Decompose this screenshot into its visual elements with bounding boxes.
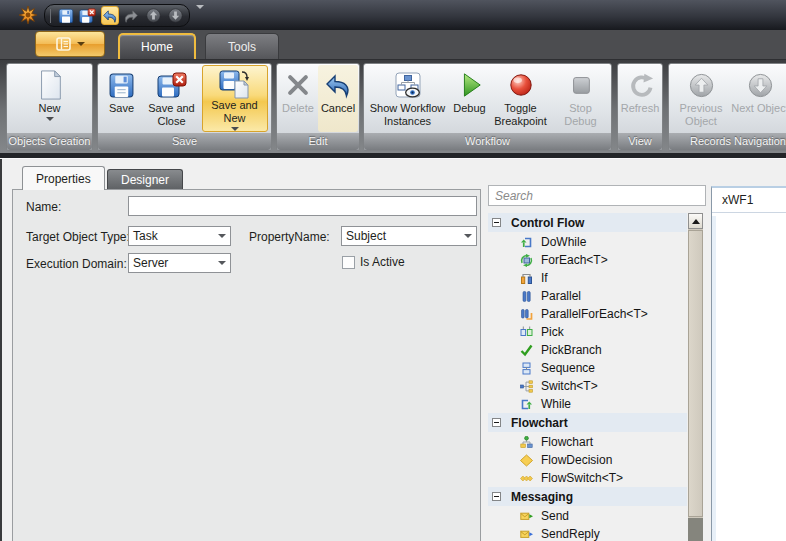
qat-undo-button[interactable]: [101, 6, 119, 25]
toolbox-item-if[interactable]: If: [488, 269, 687, 287]
workflow-designer-canvas[interactable]: [712, 216, 786, 541]
toolbar-separator: [50, 9, 51, 23]
section-header-label: Messaging: [511, 490, 573, 504]
tab-designer[interactable]: Designer: [107, 169, 183, 190]
qat-previous-button[interactable]: [144, 6, 162, 25]
collapse-minus-icon[interactable]: [492, 492, 501, 501]
flowchart-icon: [520, 436, 533, 449]
flowswitch-icon: [520, 472, 533, 485]
toolbox-section-messaging[interactable]: Messaging: [488, 487, 687, 506]
collapse-minus-icon[interactable]: [492, 218, 501, 227]
scroll-up-arrow-icon: [692, 219, 700, 224]
execution-domain-select[interactable]: Server: [128, 253, 231, 273]
show-workflow-instances-button[interactable]: Show Workflow Instances: [366, 65, 450, 132]
debug-button[interactable]: Debug: [450, 65, 490, 132]
save-button-label: Save: [109, 102, 134, 115]
chevron-down-icon: [464, 234, 472, 238]
refresh-icon: [626, 71, 654, 99]
debug-button-label: Debug: [453, 102, 485, 115]
save-close-floppy-icon: [79, 8, 96, 24]
toolbox-item-pickbranch[interactable]: PickBranch: [488, 341, 687, 359]
qat-next-button[interactable]: [166, 6, 184, 25]
toolbox-item-parallel[interactable]: Parallel: [488, 287, 687, 305]
property-name-value: Subject: [346, 229, 464, 243]
circle-down-arrow-icon: [747, 72, 774, 99]
undo-icon: [102, 8, 118, 24]
application-menu-button[interactable]: [35, 31, 105, 57]
next-object-button[interactable]: Next Object: [729, 65, 786, 132]
name-input[interactable]: [128, 196, 477, 216]
toolbox-item-flowdecision[interactable]: FlowDecision: [488, 451, 687, 469]
is-active-label: Is Active: [360, 255, 405, 269]
toolbox-section-control-flow[interactable]: Control Flow: [488, 213, 687, 232]
toolbox-item-flowswitch[interactable]: FlowSwitch<T>: [488, 469, 687, 487]
toolbox-item-sequence[interactable]: Sequence: [488, 359, 687, 377]
toolbox-item-send[interactable]: Send: [488, 507, 687, 525]
stop-debug-button[interactable]: Stop Debug: [552, 65, 610, 132]
cancel-button[interactable]: Cancel: [318, 65, 358, 132]
toolbox-item-foreach[interactable]: ForEach<T>: [488, 251, 687, 269]
property-name-select[interactable]: Subject: [341, 226, 477, 246]
group-caption-records-navigation: Records Navigation: [669, 133, 786, 150]
toolbox-item-label: While: [541, 397, 571, 411]
circle-up-arrow-icon: [145, 7, 162, 24]
tab-home[interactable]: Home: [118, 33, 196, 59]
toolbox-item-label: FlowSwitch<T>: [541, 471, 623, 485]
delete-button[interactable]: Delete: [278, 65, 318, 132]
toolbox-item-label: Pick: [541, 325, 564, 339]
refresh-button-label: Refresh: [621, 102, 660, 115]
toolbar-overflow-icon[interactable]: [196, 9, 206, 21]
toolbox-scrollbar[interactable]: [688, 213, 703, 541]
toolbox-section-flowchart[interactable]: Flowchart: [488, 413, 687, 432]
tab-tools[interactable]: Tools: [205, 33, 279, 59]
refresh-button[interactable]: Refresh: [619, 65, 661, 132]
new-button[interactable]: New: [10, 65, 90, 132]
next-object-label: Next Object: [731, 102, 786, 115]
stop-debug-label: Stop Debug: [552, 102, 610, 128]
quick-access-toolbar: [44, 4, 190, 27]
previous-object-button[interactable]: Previous Object: [673, 65, 729, 132]
qat-redo-button[interactable]: [123, 6, 141, 25]
is-active-checkbox[interactable]: [342, 256, 355, 269]
tab-properties[interactable]: Properties: [22, 166, 105, 190]
scrollbar-up-button[interactable]: [688, 213, 703, 229]
toolbox-search-input[interactable]: [488, 185, 706, 206]
collapse-minus-icon[interactable]: [492, 418, 501, 427]
toggle-breakpoint-button[interactable]: Toggle Breakpoint: [490, 65, 552, 132]
foreach-icon: [520, 254, 533, 267]
send-icon: [520, 510, 533, 523]
ribbon-group-workflow: Show Workflow Instances Debug Toggle: [363, 63, 612, 151]
save-button[interactable]: Save: [102, 65, 142, 132]
toolbox-item-label: FlowDecision: [541, 453, 612, 467]
save-floppy-icon: [58, 8, 74, 24]
toolbox-item-label: Switch<T>: [541, 379, 598, 393]
save-and-close-button[interactable]: Save and Close: [142, 65, 202, 132]
target-object-type-select[interactable]: Task: [128, 226, 231, 246]
toolbox-item-switch[interactable]: Switch<T>: [488, 377, 687, 395]
workflow-instances-icon: [394, 71, 422, 99]
app-star-icon[interactable]: [18, 5, 38, 29]
scrollbar-thumb[interactable]: [688, 230, 703, 517]
dropdown-arrow-icon: [231, 127, 239, 131]
qat-save-close-button[interactable]: [79, 6, 97, 25]
qat-save-button[interactable]: [57, 6, 75, 25]
chevron-down-icon: [77, 42, 85, 46]
toolbox-item-label: PickBranch: [541, 343, 602, 357]
save-and-new-button[interactable]: Save and New: [202, 65, 268, 132]
scrollbar-track-lower[interactable]: [688, 518, 703, 541]
debug-play-icon: [457, 71, 483, 99]
tab-home-label: Home: [141, 40, 173, 54]
undo-arrow-icon: [324, 71, 352, 99]
ribbon-tab-row: Home Tools: [0, 30, 786, 60]
toolbox-item-pick[interactable]: Pick: [488, 323, 687, 341]
cancel-button-label: Cancel: [321, 102, 355, 115]
toolbox-item-flowchart[interactable]: Flowchart: [488, 433, 687, 451]
toolbox-item-parallelforeach[interactable]: ParallelForEach<T>: [488, 305, 687, 323]
group-caption-view: View: [618, 133, 662, 150]
switch-icon: [520, 380, 533, 393]
toolbox-item-sendreply[interactable]: SendReply: [488, 525, 687, 541]
toolbox-item-label: Send: [541, 509, 569, 523]
chevron-down-icon: [218, 234, 226, 238]
toolbox-item-dowhile[interactable]: DoWhile: [488, 233, 687, 251]
toolbox-item-while[interactable]: While: [488, 395, 687, 413]
